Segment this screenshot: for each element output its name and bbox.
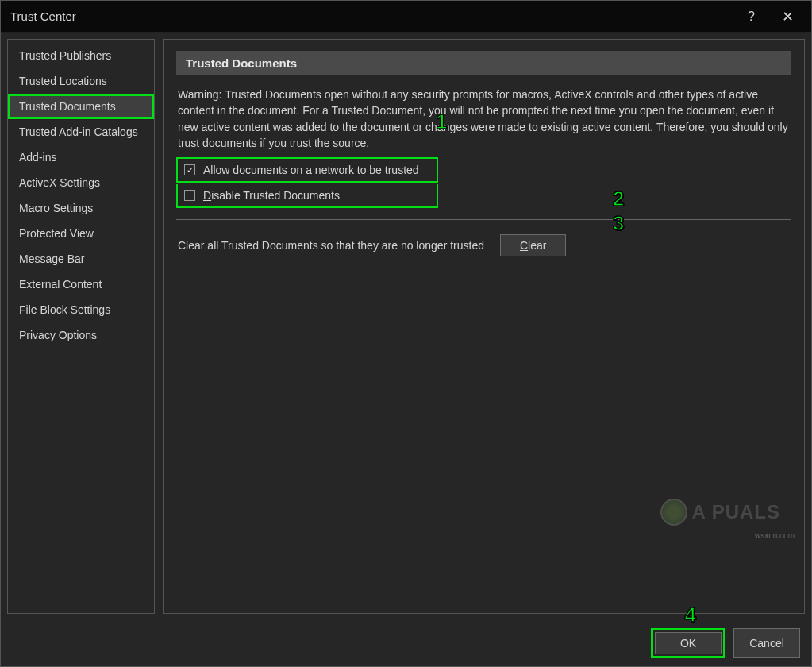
ok-button[interactable]: OK <box>655 632 722 654</box>
sidebar-item-activex-settings[interactable]: ActiveX Settings <box>8 170 154 195</box>
dialog-footer: OK Cancel <box>1 620 811 666</box>
sidebar-item-privacy-options[interactable]: Privacy Options <box>8 322 154 348</box>
disable-trusted-documents-label: Disable Trusted Documents <box>203 189 340 202</box>
watermark-text: A PUALS <box>692 501 780 523</box>
ok-highlight: OK <box>651 628 725 658</box>
titlebar: Trust Center ? ✕ <box>1 1 811 33</box>
sidebar-item-external-content[interactable]: External Content <box>8 272 154 297</box>
main-panel: Trusted Documents Warning: Trusted Docum… <box>163 39 805 614</box>
help-icon[interactable]: ? <box>737 10 766 24</box>
sidebar-item-message-bar[interactable]: Message Bar <box>8 246 154 272</box>
disable-trusted-documents-row[interactable]: Disable Trusted Documents <box>176 184 438 208</box>
section-header: Trusted Documents <box>176 51 791 75</box>
watermark: A PUALS <box>660 499 780 526</box>
sidebar-item-trusted-locations[interactable]: Trusted Locations <box>8 68 154 94</box>
clear-description: Clear all Trusted Documents so that they… <box>178 239 484 252</box>
sidebar-item-trusted-addin-catalogs[interactable]: Trusted Add-in Catalogs <box>8 119 154 145</box>
sidebar-item-trusted-publishers[interactable]: Trusted Publishers <box>8 43 154 68</box>
sidebar-item-trusted-documents[interactable]: Trusted Documents <box>8 94 154 119</box>
clear-row: Clear all Trusted Documents so that they… <box>176 231 791 260</box>
annotation-2: 2 <box>613 187 624 211</box>
warning-text: Warning: Trusted Documents open without … <box>176 87 791 151</box>
corner-watermark: wsxun.com <box>755 531 795 540</box>
sidebar-item-macro-settings[interactable]: Macro Settings <box>8 195 154 221</box>
trust-center-dialog: Trust Center ? ✕ Trusted Publishers Trus… <box>0 0 812 667</box>
sidebar-item-protected-view[interactable]: Protected View <box>8 221 154 246</box>
window-title: Trust Center <box>10 10 737 23</box>
sidebar-item-addins[interactable]: Add-ins <box>8 145 154 170</box>
allow-network-trust-checkbox[interactable] <box>184 164 195 175</box>
disable-trusted-documents-checkbox[interactable] <box>184 190 195 201</box>
sidebar: Trusted Publishers Trusted Locations Tru… <box>7 39 155 614</box>
watermark-logo-icon <box>660 499 687 526</box>
sidebar-item-file-block-settings[interactable]: File Block Settings <box>8 297 154 322</box>
clear-button[interactable]: Clear <box>500 234 566 256</box>
close-icon[interactable]: ✕ <box>766 8 802 25</box>
cancel-button[interactable]: Cancel <box>733 628 800 658</box>
dialog-body: Trusted Publishers Trusted Locations Tru… <box>1 33 811 620</box>
allow-network-trust-row[interactable]: Allow documents on a network to be trust… <box>176 157 438 183</box>
allow-network-trust-label: Allow documents on a network to be trust… <box>203 164 419 176</box>
divider <box>176 219 791 220</box>
